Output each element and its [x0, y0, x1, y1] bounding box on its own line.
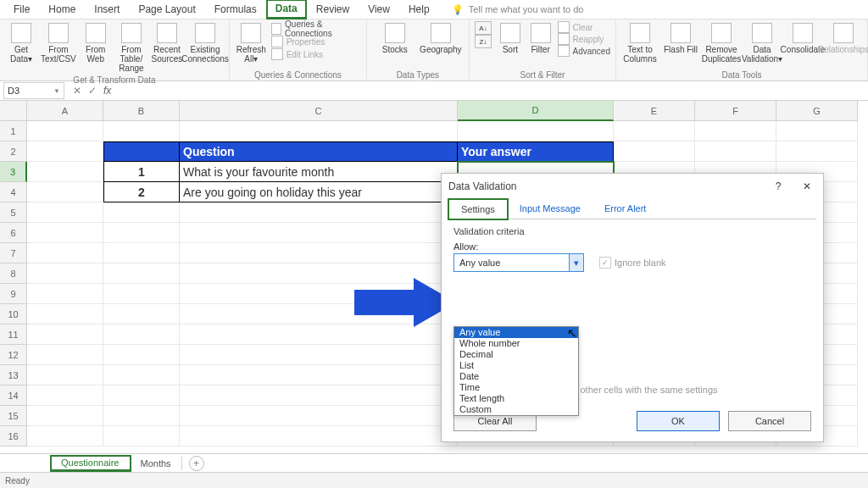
- help-icon[interactable]: ?: [769, 179, 787, 194]
- row-header-13[interactable]: 13: [0, 365, 27, 385]
- cell-A12[interactable]: [27, 345, 103, 365]
- from-table-range-button[interactable]: From Table/ Range: [115, 21, 147, 75]
- cell-B9[interactable]: [103, 284, 180, 304]
- tab-home[interactable]: Home: [40, 1, 84, 18]
- allow-option-any-value[interactable]: Any value: [454, 327, 578, 338]
- tell-me[interactable]: 💡 Tell me what you want to do: [452, 4, 584, 15]
- advanced-mini[interactable]: Advanced: [558, 45, 610, 57]
- get-data-button[interactable]: Get Data▾: [5, 21, 37, 65]
- cell-A7[interactable]: [27, 243, 103, 263]
- ignore-blank-checkbox[interactable]: ✓ Ignore blank: [599, 257, 666, 269]
- tab-review[interactable]: Review: [308, 1, 358, 18]
- cell-B11[interactable]: [103, 324, 180, 345]
- sort-button[interactable]: Sort: [497, 21, 524, 56]
- col-header-C[interactable]: C: [180, 101, 458, 121]
- cell-A8[interactable]: [27, 263, 103, 284]
- dialog-tab-settings[interactable]: Settings: [448, 199, 508, 219]
- relationships-button[interactable]: Relationships: [825, 21, 862, 56]
- allow-option-time[interactable]: Time: [454, 382, 578, 393]
- row-header-6[interactable]: 6: [0, 223, 27, 243]
- cell-B16[interactable]: [103, 426, 180, 446]
- cell-B14[interactable]: [103, 385, 180, 406]
- cell-C8[interactable]: [180, 263, 458, 284]
- dialog-tab-input-message[interactable]: Input Message: [508, 199, 593, 219]
- row-header-7[interactable]: 7: [0, 243, 27, 263]
- cell-C2[interactable]: Question: [180, 141, 458, 162]
- cell-B15[interactable]: [103, 406, 180, 426]
- dialog-tab-error-alert[interactable]: Error Alert: [593, 199, 659, 219]
- cell-B13[interactable]: [103, 365, 180, 385]
- cell-E1[interactable]: [614, 121, 695, 141]
- properties-mini[interactable]: Properties: [271, 36, 361, 47]
- sheet-tab-months[interactable]: Months: [131, 457, 182, 470]
- cell-C6[interactable]: [180, 223, 458, 243]
- row-header-1[interactable]: 1: [0, 121, 27, 141]
- cell-A9[interactable]: [27, 284, 103, 304]
- cell-D2[interactable]: Your answer: [458, 141, 614, 162]
- cell-A14[interactable]: [27, 385, 103, 406]
- recent-sources-button[interactable]: Recent Sources: [151, 21, 183, 65]
- consolidate-button[interactable]: Consolidate: [784, 21, 821, 56]
- cell-D1[interactable]: [458, 121, 614, 141]
- allow-option-text-length[interactable]: Text length: [454, 393, 578, 404]
- close-icon[interactable]: ✕: [798, 179, 816, 194]
- sheet-tab-questionnaire[interactable]: Questionnaire: [51, 456, 131, 471]
- queries-connections-mini[interactable]: Queries & Connections: [271, 23, 361, 35]
- cell-B10[interactable]: [103, 304, 180, 324]
- row-header-12[interactable]: 12: [0, 345, 27, 365]
- row-header-5[interactable]: 5: [0, 202, 27, 223]
- clear-mini[interactable]: Clear: [558, 21, 610, 33]
- cell-C1[interactable]: [180, 121, 458, 141]
- cell-A15[interactable]: [27, 406, 103, 426]
- formula-input[interactable]: [114, 83, 868, 98]
- cell-C10[interactable]: [180, 304, 458, 324]
- cell-C3[interactable]: What is your favourite month: [180, 162, 458, 182]
- cell-A5[interactable]: [27, 202, 103, 223]
- cell-E2[interactable]: [614, 141, 695, 162]
- text-to-columns-button[interactable]: Text to Columns: [621, 21, 659, 65]
- cell-C15[interactable]: [180, 406, 458, 426]
- cell-C4[interactable]: Are you going on holiday this year: [180, 182, 458, 202]
- row-header-9[interactable]: 9: [0, 284, 27, 304]
- fx-icon[interactable]: fx: [100, 85, 114, 97]
- name-box[interactable]: D3 ▼: [3, 82, 64, 99]
- col-header-B[interactable]: B: [103, 101, 180, 121]
- cell-F2[interactable]: [695, 141, 776, 162]
- col-header-A[interactable]: A: [27, 101, 103, 121]
- cell-F1[interactable]: [695, 121, 776, 141]
- filter-button[interactable]: Filter: [527, 21, 554, 56]
- refresh-all-button[interactable]: Refresh All▾: [235, 21, 268, 65]
- tab-formulas[interactable]: Formulas: [206, 1, 265, 18]
- cell-B1[interactable]: [103, 121, 180, 141]
- stocks-button[interactable]: Stocks: [376, 21, 414, 56]
- cell-A13[interactable]: [27, 365, 103, 385]
- cell-A4[interactable]: [27, 182, 103, 202]
- allow-option-date[interactable]: Date: [454, 371, 578, 382]
- remove-duplicates-button[interactable]: Remove Duplicates: [703, 21, 740, 65]
- reapply-mini[interactable]: Reapply: [558, 33, 610, 45]
- tab-file[interactable]: File: [5, 1, 38, 18]
- cell-C13[interactable]: [180, 365, 458, 385]
- row-header-2[interactable]: 2: [0, 141, 27, 162]
- row-header-10[interactable]: 10: [0, 304, 27, 324]
- cell-A6[interactable]: [27, 223, 103, 243]
- cell-B4[interactable]: 2: [103, 182, 180, 202]
- cell-B5[interactable]: [103, 202, 180, 223]
- from-web-button[interactable]: From Web: [80, 21, 112, 65]
- cell-B3[interactable]: 1: [103, 162, 180, 182]
- row-header-8[interactable]: 8: [0, 263, 27, 284]
- cell-C16[interactable]: [180, 426, 458, 446]
- cell-A3[interactable]: [27, 162, 103, 182]
- select-all-corner[interactable]: [0, 101, 27, 121]
- cancel-button[interactable]: Cancel: [728, 411, 811, 431]
- cell-C12[interactable]: [180, 345, 458, 365]
- row-header-14[interactable]: 14: [0, 385, 27, 406]
- col-header-D[interactable]: D: [458, 101, 614, 121]
- tab-insert[interactable]: Insert: [86, 1, 128, 18]
- cell-A10[interactable]: [27, 304, 103, 324]
- tab-page-layout[interactable]: Page Layout: [130, 1, 203, 18]
- data-validation-button[interactable]: Data Validation▾: [743, 21, 781, 65]
- cell-G2[interactable]: [776, 141, 858, 162]
- row-header-3[interactable]: 3: [0, 162, 27, 182]
- flash-fill-button[interactable]: Flash Fill: [662, 21, 699, 56]
